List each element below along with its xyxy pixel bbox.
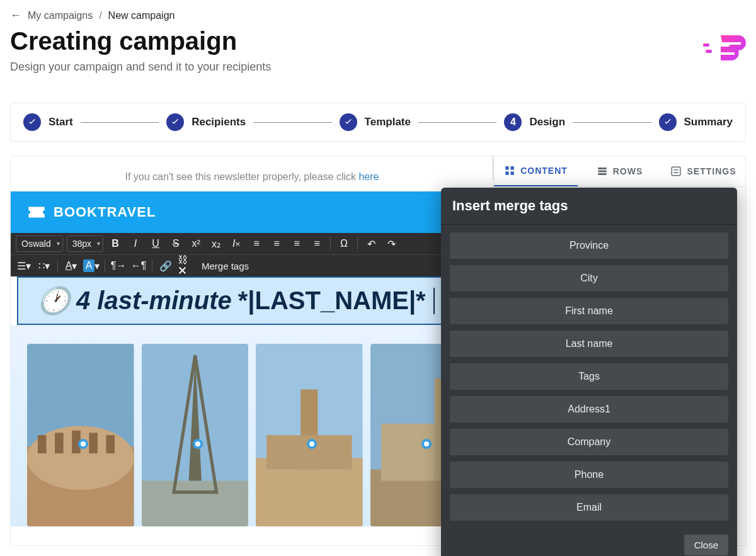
merge-tag-company[interactable]: Company [450,429,728,455]
svg-rect-1 [706,50,712,53]
merge-tag-address1[interactable]: Address1 [450,396,728,423]
chevron-down-icon: ▾ [97,240,100,247]
photo-colosseum[interactable] [27,344,134,526]
align-justify-button[interactable]: ≡ [309,235,325,252]
map-pin-icon [193,439,203,449]
check-icon [340,113,357,131]
ordered-list-button[interactable]: ∷▾ [36,258,52,274]
close-button[interactable]: Close [684,535,728,555]
align-center-button[interactable]: ≡ [268,235,285,252]
merge-tag-tags[interactable]: Tags [450,363,728,390]
check-icon [166,113,184,131]
special-char-button[interactable]: Ω [336,235,352,252]
merge-tag-email[interactable]: Email [450,494,728,521]
svg-rect-31 [674,173,679,174]
underline-button[interactable]: U [147,235,164,252]
font-size-select[interactable]: 38px▾ [67,235,103,252]
svg-rect-9 [106,435,115,453]
merge-tags-button[interactable]: Merge tags [198,261,253,271]
photo-seville[interactable] [256,344,363,526]
breadcrumb: ← My campaigns / New campaign [10,9,746,22]
tab-settings[interactable]: SETTINGS [662,156,745,186]
page-subtitle: Design your campaign and send it to your… [10,60,271,74]
step-line [573,122,651,123]
step-start[interactable]: Start [23,113,73,131]
page-title: Creating campaign [10,27,271,55]
step-number-badge: 4 [504,113,522,131]
breadcrumb-current: New campaign [108,10,175,21]
highlight-color-button[interactable]: A ▾ [83,258,100,274]
heading-lead-text: 4 last-minute [76,287,232,315]
strike-button[interactable]: S [168,235,184,252]
step-design[interactable]: 4 Design [504,113,565,131]
clock-icon: 🕐 [37,285,70,316]
svg-rect-8 [89,433,98,453]
step-line [418,122,496,123]
step-line [253,122,331,123]
merge-tag-province[interactable]: Province [450,232,728,259]
italic-button[interactable]: I [127,235,144,252]
ticket-plane-icon [26,201,47,223]
brand-bar: BOOKTRAVEL [11,191,493,233]
svg-rect-26 [598,167,607,169]
step-template[interactable]: Template [340,113,411,131]
merge-tags-modal: Insert merge tags Province City First na… [441,188,737,556]
map-pin-icon [421,439,432,449]
check-icon [23,113,41,131]
text-cursor [433,288,435,314]
merge-tag-city[interactable]: City [450,265,728,292]
breadcrumb-root[interactable]: My campaigns [28,10,93,21]
step-summary[interactable]: Summary [659,113,733,131]
grid-icon [504,165,515,176]
svg-rect-11 [142,481,249,527]
svg-rect-23 [511,166,514,169]
redo-button[interactable]: ↷ [383,235,399,252]
svg-rect-21 [381,424,434,481]
step-recipients[interactable]: Recipients [166,113,246,131]
rte-toolbar-row2: ☰▾ ∷▾ A ▾ A ▾ ¶→ ←¶ 🔗 ⛓✕ Merge tags [11,254,493,276]
merge-tag-last-name[interactable]: Last name [450,331,728,357]
app-logo [702,32,746,64]
tab-rows[interactable]: ROWS [578,156,662,186]
photo-eiffel[interactable] [142,344,249,526]
unlink-button[interactable]: ⛓✕ [178,258,194,274]
stepper: Start Recipients Template 4 Design Summa… [10,103,746,142]
editable-heading-block[interactable]: 🕐 4 last-minute *|LAST_NAME|* [17,276,487,325]
editor-canvas[interactable]: If you can't see this newsletter properl… [10,156,494,546]
svg-rect-5 [38,435,47,453]
svg-rect-28 [598,173,607,175]
photo-row [11,325,493,526]
svg-rect-22 [505,166,508,169]
rte-toolbar-row1: Oswald▾ 38px▾ B I U S x² x₂ I× ≡ ≡ ≡ ≡ Ω… [11,233,493,254]
undo-button[interactable]: ↶ [363,235,379,252]
svg-rect-0 [703,43,709,47]
side-tabs: CONTENT ROWS SETTINGS [494,156,745,187]
ltr-button[interactable]: ¶→ [110,258,127,274]
subscript-button[interactable]: x₂ [208,235,224,252]
preview-link[interactable]: here [358,171,379,182]
rows-icon [597,166,608,177]
bold-button[interactable]: B [107,235,123,252]
rtl-button[interactable]: ←¶ [130,258,147,274]
tab-content[interactable]: CONTENT [494,156,578,186]
svg-rect-30 [674,169,679,171]
bullet-list-button[interactable]: ☰▾ [16,258,32,274]
settings-icon [670,166,682,177]
merge-tag-first-name[interactable]: First name [450,298,728,324]
svg-rect-6 [55,433,64,453]
step-line [81,122,159,123]
heading-merge-tag: *|LAST_NAME|* [238,287,426,315]
preview-note: If you can't see this newsletter properl… [11,156,493,191]
merge-tag-phone[interactable]: Phone [450,462,728,488]
svg-rect-29 [672,167,681,176]
brand-name: BOOKTRAVEL [54,204,156,220]
clear-format-button[interactable]: I× [228,235,244,252]
align-left-button[interactable]: ≡ [248,235,265,252]
back-arrow-icon[interactable]: ← [10,9,21,22]
superscript-button[interactable]: x² [188,235,204,252]
font-family-select[interactable]: Oswald▾ [16,235,63,252]
svg-rect-24 [505,172,508,175]
align-right-button[interactable]: ≡ [289,235,305,252]
text-color-button[interactable]: A ▾ [63,258,79,274]
link-button[interactable]: 🔗 [158,258,174,274]
